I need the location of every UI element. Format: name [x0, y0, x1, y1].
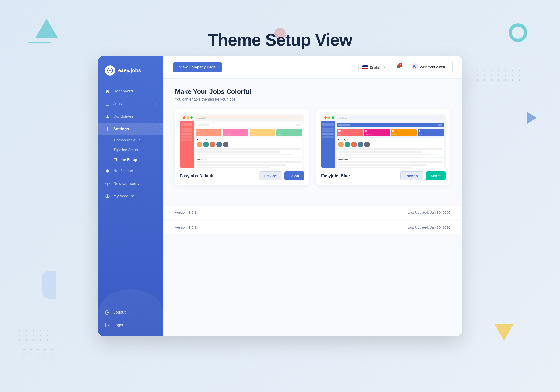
dot-yellow-default: [187, 116, 189, 119]
outer-background: Theme Setup View easy.jobs: [0, 0, 560, 392]
sidebar-item-jobs[interactable]: Jobs ›: [98, 98, 163, 110]
sidebar-item-my-account[interactable]: My Account: [98, 190, 163, 202]
sidebar-item-new-company[interactable]: New Company: [98, 177, 163, 190]
deco-dots-bottomleft: [19, 330, 50, 341]
page-background-title: Theme Setup View: [0, 30, 560, 50]
logout-icon-2: [105, 322, 110, 328]
sidebar-item-notification[interactable]: Notification: [98, 165, 163, 177]
theme-preview-default: easyjobs.io: [180, 114, 304, 168]
section-title: Make Your Jobs Colorful: [175, 88, 450, 95]
user-icon: [105, 114, 110, 119]
theme-card-footer-blue: Easyjobs Blue Preview Select: [321, 171, 446, 180]
mock-main-content-default: 88 Jobs 5 Candidates: [194, 121, 304, 168]
deco-dots-topright: [477, 70, 523, 81]
theme-preview-blue: easyjobs.io: [321, 114, 446, 168]
wp-w-icon: W: [412, 63, 418, 71]
deco-shape-left: [42, 271, 56, 299]
view-company-page-button[interactable]: View Company Page: [173, 62, 222, 72]
notification-bell-button[interactable]: 3: [394, 62, 403, 72]
briefcase-icon: [105, 101, 110, 106]
deco-triangle-bottomright: [495, 324, 513, 341]
pipeline-setup-label: Pipeline Setup: [114, 148, 138, 152]
lang-chevron-icon: ▾: [383, 65, 385, 69]
mock-sidebar-default: [180, 121, 194, 168]
content-area: Make Your Jobs Colorful You can enable t…: [163, 79, 462, 204]
window-dots-blue: easyjobs.io: [321, 114, 446, 121]
sidebar-item-theme-setup[interactable]: Theme Setup: [98, 155, 163, 165]
section-subtitle: You can enable themes for your jobs.: [175, 97, 450, 101]
deco-dots-bottomright: [23, 349, 55, 355]
settings-chevron-icon: ˅: [155, 127, 156, 131]
sidebar-bottom: Logout Logout: [98, 301, 163, 336]
gear-icon: [105, 126, 110, 131]
theme-default-preview-button[interactable]: Preview: [259, 171, 282, 180]
flag-icon: [362, 65, 368, 69]
logout-label-2: Logout: [113, 323, 126, 327]
sidebar-logo: easy.jobs: [98, 63, 163, 83]
window-dots-default: easyjobs.io: [180, 114, 304, 121]
sidebar-item-dashboard[interactable]: Dashboard: [98, 85, 163, 98]
wp-chevron-icon: ▾: [447, 66, 449, 69]
wpdeveloper-label: WPDEVELOPER: [420, 65, 445, 69]
language-label: English: [370, 65, 381, 69]
svg-point-4: [107, 128, 108, 130]
sidebar-item-settings[interactable]: Settings ˅: [98, 123, 163, 135]
language-selector[interactable]: English ▾: [358, 63, 389, 71]
plus-icon: [105, 181, 110, 186]
theme-card-default: easyjobs.io: [175, 110, 309, 185]
svg-text:W: W: [413, 65, 417, 69]
version-1: Version: 1.5.1: [175, 211, 197, 214]
version-2: Version: 1.5.1: [175, 225, 197, 229]
main-window: easy.jobs Dashboard: [98, 56, 462, 336]
updated-1: Last Updated: Jan 30, 2020: [407, 211, 450, 214]
jobs-chevron-icon: ›: [155, 102, 156, 105]
sidebar-navigation: Dashboard Jobs ›: [98, 83, 163, 301]
theme-blue-name: Easyjobs Blue: [321, 174, 350, 179]
sidebar-item-company-setup[interactable]: Company Setup: [98, 135, 163, 145]
footer-row-1: Version: 1.5.1 Last Updated: Jan 30, 202…: [163, 206, 462, 219]
logo-icon: [105, 65, 115, 76]
svg-rect-2: [106, 103, 109, 105]
theme-default-actions: Preview Select: [259, 171, 304, 180]
updated-2: Last Updated: Jan 30, 2020: [407, 225, 450, 229]
logout-icon: [105, 310, 110, 315]
dot-yellow-blue: [328, 116, 330, 119]
sidebar-item-pipeline-setup[interactable]: Pipeline Setup: [98, 145, 163, 155]
theme-blue-actions: Preview Select: [400, 171, 446, 180]
notification-badge: 3: [398, 63, 402, 67]
settings-submenu: Company Setup Pipeline Setup Theme Setup: [98, 135, 163, 165]
home-icon: [105, 89, 110, 94]
sidebar-item-jobs-label: Jobs: [113, 101, 122, 106]
svg-point-1: [109, 70, 111, 71]
theme-blue-preview-button[interactable]: Preview: [400, 171, 423, 180]
bell-icon: [105, 169, 110, 174]
deco-arrow-right: [527, 112, 537, 124]
logo-text: easy.jobs: [118, 67, 141, 73]
sidebar-logout-btn[interactable]: Logout: [98, 306, 163, 319]
dot-red-default: [183, 116, 185, 119]
user-circle-icon: [105, 194, 110, 199]
theme-card-blue: easyjobs.io: [316, 110, 450, 185]
theme-default-name: Easyjobs Default: [180, 174, 213, 179]
logout-label: Logout: [113, 310, 126, 315]
mock-dashboard-default: 88 Jobs 5 Candidates: [180, 121, 304, 168]
mock-main-content-blue: 347 Jobs 27 Candidates: [335, 121, 446, 168]
dot-green-default: [190, 116, 193, 119]
footer-row-2: Version: 1.5.1 Last Updated: Jan 30, 202…: [163, 221, 462, 234]
mock-sidebar-blue: [321, 121, 335, 168]
theme-blue-select-button[interactable]: Select: [426, 171, 446, 180]
sidebar-item-my-account-label: My Account: [113, 194, 134, 199]
sidebar-item-notification-label: Notification: [113, 169, 133, 173]
svg-point-3: [107, 115, 109, 117]
theme-card-footer-default: Easyjobs Default Preview Select: [180, 171, 304, 180]
wp-developer-selector[interactable]: W WPDEVELOPER ▾: [408, 61, 453, 73]
dot-red-blue: [324, 116, 327, 119]
sidebar-item-candidates-label: Candidates: [113, 114, 133, 119]
sidebar-item-candidates[interactable]: Candidates: [98, 110, 163, 123]
sidebar-item-new-company-label: New Company: [113, 181, 140, 186]
main-content: View Company Page English ▾: [163, 56, 462, 336]
sidebar-logout-btn-2[interactable]: Logout: [98, 319, 163, 331]
company-setup-label: Company Setup: [114, 138, 141, 142]
themes-grid: easyjobs.io: [175, 110, 450, 185]
theme-default-select-button[interactable]: Select: [284, 171, 304, 180]
